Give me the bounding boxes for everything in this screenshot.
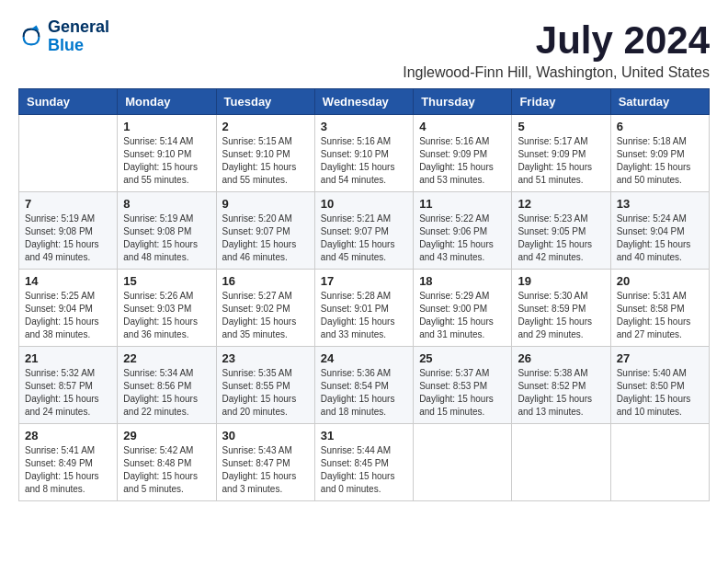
day-number: 28: [25, 429, 111, 442]
day-info: Sunrise: 5:28 AM Sunset: 9:01 PM Dayligh…: [321, 290, 407, 341]
weekday-header: Saturday: [610, 89, 709, 115]
day-number: 4: [419, 120, 506, 133]
day-info: Sunrise: 5:18 AM Sunset: 9:09 PM Dayligh…: [617, 135, 703, 187]
day-number: 22: [123, 351, 210, 365]
day-number: 21: [25, 351, 111, 365]
day-info: Sunrise: 5:43 AM Sunset: 8:47 PM Dayligh…: [222, 444, 309, 496]
day-number: 10: [321, 197, 407, 211]
calendar-cell: 1Sunrise: 5:14 AM Sunset: 9:10 PM Daylig…: [118, 115, 216, 192]
day-info: Sunrise: 5:44 AM Sunset: 8:45 PM Dayligh…: [321, 444, 407, 496]
calendar-cell: 2Sunrise: 5:15 AM Sunset: 9:10 PM Daylig…: [216, 115, 314, 192]
day-info: Sunrise: 5:14 AM Sunset: 9:10 PM Dayligh…: [123, 135, 210, 187]
calendar-cell: 29Sunrise: 5:42 AM Sunset: 8:48 PM Dayli…: [118, 424, 216, 501]
day-number: 25: [419, 351, 506, 365]
day-number: 27: [617, 351, 703, 365]
day-number: 11: [419, 197, 506, 211]
calendar-cell: 15Sunrise: 5:26 AM Sunset: 9:03 PM Dayli…: [118, 270, 216, 347]
calendar-cell: 11Sunrise: 5:22 AM Sunset: 9:06 PM Dayli…: [414, 192, 512, 270]
calendar-title: July 2024: [403, 18, 710, 63]
day-info: Sunrise: 5:25 AM Sunset: 9:04 PM Dayligh…: [25, 290, 111, 341]
day-info: Sunrise: 5:17 AM Sunset: 9:09 PM Dayligh…: [518, 135, 604, 187]
day-info: Sunrise: 5:32 AM Sunset: 8:57 PM Dayligh…: [25, 367, 111, 419]
calendar-week-row: 21Sunrise: 5:32 AM Sunset: 8:57 PM Dayli…: [19, 347, 710, 424]
calendar-cell: 26Sunrise: 5:38 AM Sunset: 8:52 PM Dayli…: [512, 347, 610, 424]
day-info: Sunrise: 5:34 AM Sunset: 8:56 PM Dayligh…: [123, 367, 210, 419]
day-info: Sunrise: 5:16 AM Sunset: 9:09 PM Dayligh…: [419, 135, 506, 187]
day-number: 17: [321, 274, 407, 288]
calendar-cell: [512, 424, 610, 501]
day-number: 13: [617, 197, 703, 211]
day-info: Sunrise: 5:38 AM Sunset: 8:52 PM Dayligh…: [518, 367, 604, 419]
calendar-cell: 10Sunrise: 5:21 AM Sunset: 9:07 PM Dayli…: [314, 192, 413, 270]
day-info: Sunrise: 5:29 AM Sunset: 9:00 PM Dayligh…: [419, 290, 506, 341]
day-number: 9: [222, 197, 309, 211]
day-info: Sunrise: 5:41 AM Sunset: 8:49 PM Dayligh…: [25, 444, 111, 496]
day-info: Sunrise: 5:40 AM Sunset: 8:50 PM Dayligh…: [617, 367, 703, 419]
day-info: Sunrise: 5:19 AM Sunset: 9:08 PM Dayligh…: [123, 213, 210, 264]
weekday-header: Monday: [118, 89, 216, 115]
day-number: 14: [25, 274, 111, 288]
day-info: Sunrise: 5:19 AM Sunset: 9:08 PM Dayligh…: [25, 213, 111, 264]
calendar-week-row: 7Sunrise: 5:19 AM Sunset: 9:08 PM Daylig…: [19, 192, 710, 270]
day-number: 31: [321, 429, 407, 442]
day-number: 3: [321, 120, 407, 133]
calendar-cell: [19, 115, 118, 192]
calendar-cell: 16Sunrise: 5:27 AM Sunset: 9:02 PM Dayli…: [216, 270, 314, 347]
calendar-cell: 19Sunrise: 5:30 AM Sunset: 8:59 PM Dayli…: [512, 270, 610, 347]
calendar-cell: 24Sunrise: 5:36 AM Sunset: 8:54 PM Dayli…: [314, 347, 413, 424]
day-info: Sunrise: 5:22 AM Sunset: 9:06 PM Dayligh…: [419, 213, 506, 264]
calendar-week-row: 1Sunrise: 5:14 AM Sunset: 9:10 PM Daylig…: [19, 115, 710, 192]
day-number: 1: [123, 120, 210, 133]
calendar-cell: 31Sunrise: 5:44 AM Sunset: 8:45 PM Dayli…: [314, 424, 413, 501]
day-number: 7: [25, 197, 111, 211]
calendar-cell: 23Sunrise: 5:35 AM Sunset: 8:55 PM Dayli…: [216, 347, 314, 424]
day-number: 20: [617, 274, 703, 288]
weekday-header: Sunday: [19, 89, 118, 115]
calendar-cell: 20Sunrise: 5:31 AM Sunset: 8:58 PM Dayli…: [610, 270, 709, 347]
calendar-table: SundayMondayTuesdayWednesdayThursdayFrid…: [18, 88, 710, 501]
calendar-subtitle: Inglewood-Finn Hill, Washington, United …: [403, 64, 710, 81]
day-number: 24: [321, 351, 407, 365]
day-number: 2: [222, 120, 309, 133]
logo-icon: [18, 24, 44, 50]
calendar-cell: 12Sunrise: 5:23 AM Sunset: 9:05 PM Dayli…: [512, 192, 610, 270]
day-number: 16: [222, 274, 309, 288]
calendar-cell: 18Sunrise: 5:29 AM Sunset: 9:00 PM Dayli…: [414, 270, 512, 347]
header-row: SundayMondayTuesdayWednesdayThursdayFrid…: [19, 89, 710, 115]
calendar-week-row: 14Sunrise: 5:25 AM Sunset: 9:04 PM Dayli…: [19, 270, 710, 347]
weekday-header: Thursday: [414, 89, 512, 115]
weekday-header: Friday: [512, 89, 610, 115]
logo: General Blue: [18, 18, 109, 55]
calendar-cell: [610, 424, 709, 501]
weekday-header: Wednesday: [314, 89, 413, 115]
day-info: Sunrise: 5:15 AM Sunset: 9:10 PM Dayligh…: [222, 135, 309, 187]
calendar-cell: 30Sunrise: 5:43 AM Sunset: 8:47 PM Dayli…: [216, 424, 314, 501]
day-info: Sunrise: 5:24 AM Sunset: 9:04 PM Dayligh…: [617, 213, 703, 264]
calendar-cell: 28Sunrise: 5:41 AM Sunset: 8:49 PM Dayli…: [19, 424, 118, 501]
calendar-cell: [414, 424, 512, 501]
day-info: Sunrise: 5:30 AM Sunset: 8:59 PM Dayligh…: [518, 290, 604, 341]
day-info: Sunrise: 5:23 AM Sunset: 9:05 PM Dayligh…: [518, 213, 604, 264]
day-number: 23: [222, 351, 309, 365]
calendar-cell: 7Sunrise: 5:19 AM Sunset: 9:08 PM Daylig…: [19, 192, 118, 270]
day-number: 8: [123, 197, 210, 211]
logo-text: General Blue: [48, 18, 109, 55]
calendar-cell: 13Sunrise: 5:24 AM Sunset: 9:04 PM Dayli…: [610, 192, 709, 270]
calendar-cell: 27Sunrise: 5:40 AM Sunset: 8:50 PM Dayli…: [610, 347, 709, 424]
day-info: Sunrise: 5:26 AM Sunset: 9:03 PM Dayligh…: [123, 290, 210, 341]
day-number: 5: [518, 120, 604, 133]
day-info: Sunrise: 5:20 AM Sunset: 9:07 PM Dayligh…: [222, 213, 309, 264]
day-number: 19: [518, 274, 604, 288]
day-number: 29: [123, 429, 210, 442]
day-number: 6: [617, 120, 703, 133]
day-info: Sunrise: 5:36 AM Sunset: 8:54 PM Dayligh…: [321, 367, 407, 419]
day-number: 15: [123, 274, 210, 288]
calendar-cell: 4Sunrise: 5:16 AM Sunset: 9:09 PM Daylig…: [414, 115, 512, 192]
day-number: 30: [222, 429, 309, 442]
calendar-cell: 6Sunrise: 5:18 AM Sunset: 9:09 PM Daylig…: [610, 115, 709, 192]
calendar-cell: 8Sunrise: 5:19 AM Sunset: 9:08 PM Daylig…: [118, 192, 216, 270]
header: General Blue July 2024 Inglewood-Finn Hi…: [18, 18, 710, 81]
calendar-cell: 5Sunrise: 5:17 AM Sunset: 9:09 PM Daylig…: [512, 115, 610, 192]
calendar-cell: 9Sunrise: 5:20 AM Sunset: 9:07 PM Daylig…: [216, 192, 314, 270]
calendar-week-row: 28Sunrise: 5:41 AM Sunset: 8:49 PM Dayli…: [19, 424, 710, 501]
